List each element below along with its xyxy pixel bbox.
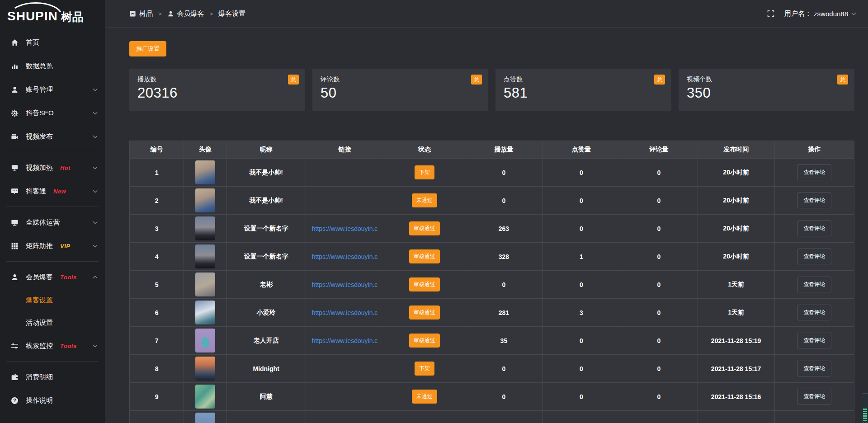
sidebar-item-9[interactable]: 矩阵助推VIP <box>0 234 105 258</box>
user-icon <box>11 273 19 281</box>
cell-link: https://www.iesdouyin.c <box>306 243 384 271</box>
username: zswodun88 <box>814 10 848 18</box>
status-button[interactable]: 审核通过 <box>409 221 440 235</box>
home-icon <box>11 38 19 47</box>
sidebar-item-label: 会员爆客 <box>26 273 53 282</box>
video-link[interactable]: https://www.iesdouyin.c <box>308 225 382 232</box>
stat-cards: 播放数20316总评论数50总点赞数581总视频个数350总 <box>129 69 854 111</box>
status-button[interactable]: 审核通过 <box>409 306 440 320</box>
status-button[interactable]: 审核通过 <box>409 249 440 263</box>
status-button[interactable]: 下架 <box>415 165 434 179</box>
sidebar-item-badge: Tools <box>60 343 77 349</box>
grid-icon <box>11 242 19 250</box>
view-comments-button[interactable]: 查看评论 <box>797 389 831 404</box>
user-menu[interactable]: 用户名：zswodun88 <box>784 9 856 18</box>
cell-plays <box>465 411 543 423</box>
sidebar-item-label: 视频发布 <box>26 132 53 141</box>
avatar <box>195 301 215 324</box>
fullscreen-icon[interactable] <box>767 10 774 17</box>
cell-link <box>306 187 384 215</box>
cell-avatar <box>184 271 227 299</box>
sidebar-item-7[interactable]: 抖客通New <box>0 179 105 203</box>
promote-settings-button[interactable]: 推广设置 <box>129 41 166 56</box>
cell-id: 9 <box>130 383 184 411</box>
cell-comments: 0 <box>620 299 698 327</box>
logo-text-cn: 树品 <box>61 11 84 23</box>
chevron-down-icon <box>93 166 98 169</box>
cell-status <box>384 411 465 423</box>
cell-id: 6 <box>130 299 184 327</box>
sidebar-item-6[interactable]: 视频加热Hot <box>0 156 105 179</box>
status-button[interactable]: 未通过 <box>412 193 437 207</box>
total-badge[interactable]: 总 <box>654 75 665 85</box>
status-button[interactable]: 审核通过 <box>409 277 440 291</box>
cell-avatar <box>184 187 227 215</box>
scroll-widget[interactable] <box>862 393 868 423</box>
cell-time <box>698 411 774 423</box>
logo[interactable]: SHUPIN 树品 <box>0 0 105 26</box>
cell-status: 未通过 <box>384 187 465 215</box>
cell-status: 审核通过 <box>384 327 465 355</box>
breadcrumb-item-2[interactable]: 会员爆客 <box>167 9 204 18</box>
sidebar-item-5[interactable]: 视频发布 <box>0 125 105 148</box>
breadcrumb-item-1[interactable]: 树品 <box>129 9 153 18</box>
status-button[interactable]: 未通过 <box>412 390 437 404</box>
total-badge[interactable]: 总 <box>837 75 848 85</box>
menu-divider <box>6 152 99 152</box>
view-comments-button[interactable]: 查看评论 <box>797 277 831 292</box>
avatar <box>195 273 215 296</box>
sidebar-subitem[interactable]: 活动设置 <box>0 311 105 334</box>
sidebar-item-12[interactable]: 消费明细 <box>0 365 105 389</box>
sidebar-item-3[interactable]: 账号管理 <box>0 78 105 101</box>
view-comments-button[interactable]: 查看评论 <box>797 221 831 236</box>
sidebar-item-11[interactable]: 线索监控Tools <box>0 334 105 357</box>
sidebar-item-1[interactable]: 首页 <box>0 31 105 54</box>
view-comments-button[interactable]: 查看评论 <box>797 164 831 180</box>
status-button[interactable]: 审核通过 <box>409 334 440 348</box>
cell-time: 1天前 <box>698 271 774 299</box>
avatar <box>195 329 215 352</box>
cell-time: 20小时前 <box>698 187 774 215</box>
total-badge[interactable]: 总 <box>471 75 482 85</box>
breadcrumb-label: 爆客设置 <box>218 9 245 18</box>
monitor-icon <box>11 218 19 226</box>
chevron-down-icon <box>851 12 856 15</box>
sidebar-item-13[interactable]: ?操作说明 <box>0 389 105 412</box>
cell-time: 2021-11-28 15:19 <box>698 327 774 355</box>
avatar <box>195 357 215 381</box>
view-comments-button[interactable]: 查看评论 <box>797 193 831 208</box>
help-icon: ? <box>11 396 19 404</box>
video-link[interactable]: https://www.iesdouyin.c <box>308 281 382 288</box>
total-badge[interactable]: 总 <box>288 75 299 85</box>
video-link[interactable]: https://www.iesdouyin.c <box>308 253 382 260</box>
cell-time: 1天前 <box>698 299 774 327</box>
view-comments-button[interactable]: 查看评论 <box>797 333 831 348</box>
view-comments-button[interactable]: 查看评论 <box>797 305 831 320</box>
main-area: 树品>会员爆客>爆客设置 用户名：zswodun88 推广设置 播放数20316… <box>105 0 868 423</box>
cell-time: 20小时前 <box>698 243 774 271</box>
sidebar-subitem[interactable]: 爆客设置 <box>0 289 105 311</box>
cell-avatar <box>184 159 227 187</box>
video-link[interactable]: https://www.iesdouyin.c <box>308 337 382 344</box>
sidebar-item-4[interactable]: 抖音SEO <box>0 101 105 125</box>
cell-likes: 0 <box>542 355 620 383</box>
cell-comments: 0 <box>620 271 698 299</box>
cell-nickname: 我不是小帅! <box>226 187 306 215</box>
chevron-down-icon <box>93 344 98 348</box>
sidebar-item-label: 账号管理 <box>26 85 53 94</box>
sidebar-item-10[interactable]: 会员爆客Tools <box>0 265 105 289</box>
status-button[interactable]: 下架 <box>415 362 434 376</box>
breadcrumb-label: 树品 <box>139 9 153 18</box>
view-comments-button[interactable]: 查看评论 <box>797 361 831 376</box>
cell-status: 下架 <box>384 355 465 383</box>
cell-likes: 0 <box>542 215 620 243</box>
view-comments-button[interactable]: 查看评论 <box>797 249 831 264</box>
stat-card-3: 点赞数581总 <box>495 69 671 111</box>
cell-id: 3 <box>130 215 184 243</box>
chevron-down-icon <box>93 135 98 138</box>
column-header: 头像 <box>184 141 227 159</box>
video-link[interactable]: https://www.iesdouyin.c <box>308 309 382 316</box>
breadcrumb-item-3[interactable]: 爆客设置 <box>218 9 245 18</box>
sidebar-item-8[interactable]: 全媒体运营 <box>0 211 105 234</box>
sidebar-item-2[interactable]: 数据总览 <box>0 54 105 78</box>
